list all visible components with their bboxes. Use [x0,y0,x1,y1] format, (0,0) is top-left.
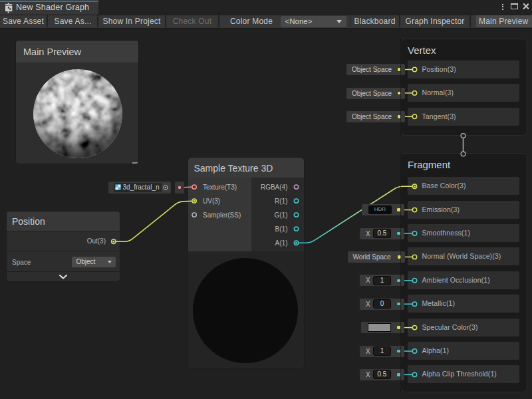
fragment-row-alpha[interactable]: Alpha(1) [408,342,519,360]
texture-object-field[interactable]: 3d_fractal_n [108,182,172,194]
chip-label: Object Space [352,64,392,75]
input-label-texture: Texture(T3) [203,181,237,194]
fragment-row-metallic[interactable]: Metallic(1) [408,295,519,313]
fragment-row-emission[interactable]: Emission(3) [408,201,519,219]
shader-graph-window: New Shader Graph Save Asset Save As... S… [0,0,532,399]
object-picker-button[interactable] [162,183,170,192]
main-preview-panel[interactable]: Main Preview [15,40,139,164]
main-preview-title: Main Preview [23,41,81,63]
output-label-r: R(1) [275,195,287,207]
fragment-row-alpha-clip[interactable]: Alpha Clip Threshold(1) [408,365,519,383]
close-icon[interactable] [523,3,529,9]
shader-graph-icon [5,3,13,13]
show-in-project-button[interactable]: Show In Project [98,15,166,28]
save-asset-button[interactable]: Save Asset [0,15,48,28]
chip-normal-space-ws[interactable]: World Space [348,251,406,263]
vertex-row-normal[interactable]: Normal(3) [408,84,519,102]
row-label: Metallic(1) [422,295,456,313]
position-node-header[interactable]: Position [7,211,120,231]
position-out-row: Out(3) [7,231,120,251]
row-label: Alpha Clip Threshold(1) [422,365,497,383]
row-label: Normal(3) [422,84,454,102]
vertex-node[interactable]: Vertex Position(3) Normal(3) Tangent(3) [400,39,527,136]
maximize-icon[interactable] [511,3,519,9]
chip-specular-color[interactable] [361,322,404,333]
row-label: Ambient Occlusion(1) [422,271,490,289]
texture-port-dot-box [175,182,185,194]
fragment-row-specular[interactable]: Specular Color(3) [408,319,519,336]
sample-texture-3d-header[interactable]: Sample Texture 3D [188,158,304,178]
chip-smoothness-value[interactable]: X 0.5 [360,228,404,239]
color-mode-label: Color Mode [230,15,273,28]
texture-preview-circle [193,258,298,363]
vertex-node-edge [400,39,401,136]
graph-inspector-button[interactable]: Graph Inspector [400,15,471,28]
object-field-inner[interactable]: 3d_fractal_n [114,183,170,192]
x-label: X [366,228,370,240]
blackboard-button[interactable]: Blackboard [350,15,400,28]
float-field[interactable]: 0.5 [373,370,390,379]
chip-label: World Space [353,251,391,263]
row-label: Emission(3) [422,201,460,219]
float-field[interactable]: 0 [373,299,390,309]
dropdown-caret-icon [336,20,342,23]
menu-kebab-icon[interactable] [502,4,503,11]
port-dot [178,186,181,189]
fragment-row-ambient-occlusion[interactable]: Ambient Occlusion(1) [408,271,519,289]
fragment-row-smoothness[interactable]: Smoothness(1) [408,224,519,242]
input-label-sampler: Sampler(SS) [203,209,241,221]
row-label: Specular Color(3) [422,319,478,336]
float-field[interactable]: 1 [373,276,390,285]
chip-label: Object Space [352,111,392,122]
row-label: Smoothness(1) [422,224,471,242]
output-label-b: B(1) [275,223,288,235]
space-dropdown[interactable]: Object [72,257,116,267]
chip-label: Object Space [352,88,392,99]
dropdown-caret-icon [108,261,112,263]
main-preview-button[interactable]: Main Preview [475,15,532,28]
save-as-button[interactable]: Save As... [49,15,98,28]
sample-texture-3d-node[interactable]: Sample Texture 3D Texture(T3) UV(3) Samp… [188,157,305,369]
fragment-node[interactable]: Fragment Base Color(3) Emission(3) Smoot… [400,153,527,392]
chip-metallic-value[interactable]: X 0 [360,299,404,310]
chevron-down-icon [59,275,67,279]
input-label-uv: UV(3) [203,195,220,207]
x-label: X [366,346,370,358]
chip-alpha-value[interactable]: X 1 [360,346,404,357]
node-title: Position [12,211,45,231]
x-label: X [366,369,370,381]
position-node[interactable]: Position Out(3) Space Object [6,211,120,282]
vertex-row-position[interactable]: Position(3) [408,61,519,78]
row-label: Tangent(3) [422,108,456,126]
texture-preview [188,251,305,369]
x-label: X [366,299,370,311]
color-mode-dropdown[interactable]: <None> [281,16,346,27]
check-out-button: Check Out [166,15,219,28]
chip-tangent-space[interactable]: Object Space [346,111,405,122]
x-label: X [366,275,370,287]
collapse-row[interactable] [7,272,120,282]
tab-title: New Shader Graph [16,0,89,15]
texture-name: 3d_fractal_n [122,183,159,192]
color-swatch[interactable] [368,323,391,332]
fragment-row-base-color[interactable]: Base Color(3) [408,177,519,195]
chip-ambient-occlusion-value[interactable]: X 1 [360,275,404,286]
fragment-row-normal-ws[interactable]: Normal (World Space)(3) [408,247,519,265]
preview-sphere [16,63,139,164]
float-field[interactable]: 1 [373,346,390,356]
chip-alpha-clip-value[interactable]: X 0.5 [360,369,404,380]
float-field[interactable]: 0.5 [373,229,390,238]
output-label-a: A(1) [275,237,288,249]
space-label: Space [12,252,31,272]
chip-position-space[interactable]: Object Space [346,64,405,75]
node-title: Sample Texture 3D [194,158,273,178]
chip-emission-hdr[interactable]: HDR [362,204,404,215]
tab-new-shader-graph[interactable]: New Shader Graph [0,0,98,15]
position-space-row: Space Object [7,252,120,272]
chip-normal-space[interactable]: Object Space [346,88,405,99]
toolbar: Save Asset Save As... Show In Project Ch… [0,15,532,29]
row-label: Alpha(1) [422,342,450,360]
main-preview-header[interactable]: Main Preview [16,41,138,63]
vertex-row-tangent[interactable]: Tangent(3) [408,108,519,126]
fragment-node-edge [400,153,401,392]
